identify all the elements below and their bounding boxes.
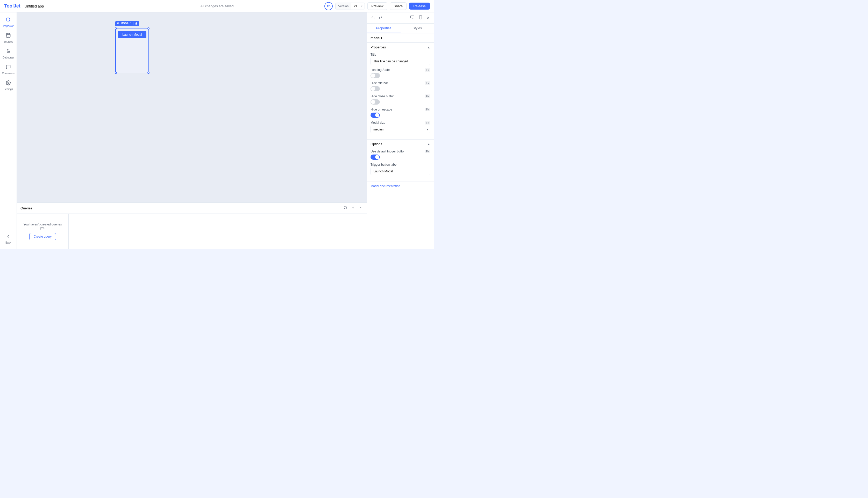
modal-launch-button[interactable]: Launch Modal bbox=[118, 31, 146, 38]
queries-header: Queries bbox=[17, 203, 367, 214]
app-name: Untitled app bbox=[25, 4, 44, 8]
properties-section: Properties ▲ Title Loading State bbox=[367, 43, 434, 140]
properties-section-header[interactable]: Properties ▲ bbox=[367, 43, 434, 52]
hide-close-button-fx[interactable]: Fx bbox=[425, 94, 430, 98]
resize-handle-tl[interactable] bbox=[115, 27, 117, 29]
resize-handle-bl[interactable] bbox=[115, 72, 117, 74]
properties-chevron-icon: ▲ bbox=[427, 45, 430, 49]
sidebar-item-sources[interactable]: Sources bbox=[1, 31, 15, 45]
hide-title-bar-toggle[interactable] bbox=[371, 86, 380, 91]
options-section: Options ▲ Use default trigger button Fx bbox=[367, 140, 434, 181]
inspector-icon bbox=[6, 17, 11, 24]
version-wrapper: v1 ▾ bbox=[352, 3, 365, 10]
options-section-title: Options bbox=[371, 142, 382, 146]
share-button[interactable]: Share bbox=[390, 2, 407, 10]
use-default-trigger-fx[interactable]: Fx bbox=[425, 149, 430, 153]
hide-on-escape-fx[interactable]: Fx bbox=[425, 108, 430, 111]
resize-handle-br[interactable] bbox=[148, 72, 150, 74]
undo-button[interactable] bbox=[370, 15, 376, 21]
svg-point-4 bbox=[344, 206, 347, 209]
tab-properties[interactable]: Properties bbox=[367, 24, 400, 33]
modal-size-select[interactable]: small medium large bbox=[371, 126, 430, 133]
user-avatar: TD bbox=[324, 2, 333, 10]
tab-styles[interactable]: Styles bbox=[400, 24, 434, 33]
options-section-header[interactable]: Options ▲ bbox=[367, 140, 434, 148]
queries-detail bbox=[69, 214, 367, 249]
sidebar-item-inspector[interactable]: Inspector bbox=[1, 15, 15, 30]
queries-body: You haven't created queries yet. Create … bbox=[17, 214, 367, 249]
hide-on-escape-label: Hide on escape bbox=[371, 108, 392, 111]
use-default-trigger-property: Use default trigger button Fx bbox=[371, 149, 430, 160]
right-panel-close-button[interactable]: ✕ bbox=[425, 15, 431, 21]
modal-size-property: Modal size Fx small medium large ▾ bbox=[371, 121, 430, 133]
comments-label: Comments bbox=[2, 72, 14, 75]
svg-rect-8 bbox=[410, 16, 414, 18]
canvas[interactable]: ⚙ MODAL1 🗑 Launch Modal bbox=[17, 12, 367, 202]
mobile-view-button[interactable] bbox=[417, 14, 424, 21]
sources-icon bbox=[6, 33, 11, 39]
sources-label: Sources bbox=[4, 40, 13, 43]
version-group: Version v1 ▾ bbox=[335, 3, 365, 10]
back-label: Back bbox=[5, 241, 11, 244]
svg-point-0 bbox=[7, 18, 10, 21]
use-default-trigger-toggle-thumb bbox=[375, 155, 379, 159]
sidebar-item-debugger[interactable]: Debugger bbox=[1, 47, 15, 61]
right-panel-content: Properties ▲ Title Loading State bbox=[367, 43, 434, 249]
hide-close-button-label: Hide close button bbox=[371, 94, 395, 98]
topbar-right: TD Version v1 ▾ Preview Share Release bbox=[324, 2, 430, 10]
title-property-label-row: Title bbox=[371, 53, 430, 56]
debugger-icon bbox=[6, 49, 11, 55]
modal-component[interactable]: ⚙ MODAL1 🗑 Launch Modal bbox=[115, 28, 149, 73]
modal-size-select-wrapper: small medium large ▾ bbox=[371, 126, 430, 133]
hide-on-escape-property: Hide on escape Fx bbox=[371, 108, 430, 118]
trigger-button-label-label-row: Trigger button label bbox=[371, 163, 430, 167]
topbar: ToolJet Untitled app All changes are sav… bbox=[0, 0, 434, 12]
loading-state-toggle[interactable] bbox=[371, 73, 380, 78]
queries-panel: Queries You haven't created queries yet.… bbox=[17, 202, 367, 249]
svg-point-3 bbox=[8, 82, 9, 83]
loading-state-fx[interactable]: Fx bbox=[425, 68, 430, 72]
hide-title-bar-property: Hide title bar Fx bbox=[371, 81, 430, 91]
main-layout: Inspector Sources Debugger Comments Sett… bbox=[0, 12, 434, 249]
title-label: Title bbox=[371, 53, 376, 56]
right-panel: ✕ Properties Styles modal1 Properties ▲ bbox=[367, 12, 434, 249]
hide-on-escape-label-row: Hide on escape Fx bbox=[371, 108, 430, 111]
properties-section-body: Title Loading State Fx bbox=[367, 52, 434, 139]
modal-size-fx[interactable]: Fx bbox=[425, 121, 430, 124]
modal-size-label: Modal size bbox=[371, 121, 385, 124]
trigger-button-label-input[interactable] bbox=[371, 168, 430, 175]
use-default-trigger-toggle[interactable] bbox=[371, 155, 380, 160]
modal-size-label-row: Modal size Fx bbox=[371, 121, 430, 124]
sidebar-item-settings[interactable]: Settings bbox=[1, 78, 15, 93]
title-input[interactable] bbox=[371, 58, 430, 65]
modal-doc-link[interactable]: Modal documentation bbox=[371, 184, 400, 188]
back-icon bbox=[6, 234, 11, 240]
hide-on-escape-toggle-thumb bbox=[375, 113, 379, 117]
create-query-button[interactable]: Create query bbox=[29, 233, 56, 240]
hide-close-button-toggle[interactable] bbox=[371, 100, 380, 105]
queries-collapse-button[interactable] bbox=[358, 205, 363, 211]
release-button[interactable]: Release bbox=[409, 3, 430, 10]
loading-state-label: Loading State bbox=[371, 68, 390, 72]
desktop-view-button[interactable] bbox=[409, 14, 416, 21]
resize-handle-tr[interactable] bbox=[148, 27, 150, 29]
topbar-left: ToolJet Untitled app bbox=[4, 3, 44, 9]
debugger-label: Debugger bbox=[3, 56, 14, 59]
modal-doc-link-container: Modal documentation bbox=[367, 181, 434, 191]
redo-button[interactable] bbox=[377, 15, 384, 21]
queries-empty-text: You haven't created queries yet. bbox=[21, 223, 64, 230]
sidebar: Inspector Sources Debugger Comments Sett… bbox=[0, 12, 17, 249]
hide-title-bar-fx[interactable]: Fx bbox=[425, 81, 430, 85]
preview-button[interactable]: Preview bbox=[367, 2, 387, 10]
version-label: Version bbox=[335, 3, 352, 10]
sidebar-item-back[interactable]: Back bbox=[1, 232, 15, 246]
save-status: All changes are saved bbox=[201, 4, 234, 8]
queries-add-button[interactable] bbox=[350, 205, 356, 211]
version-select[interactable]: v1 bbox=[352, 3, 365, 10]
sidebar-item-comments[interactable]: Comments bbox=[1, 62, 15, 77]
hide-close-button-label-row: Hide close button Fx bbox=[371, 94, 430, 98]
modal-delete-icon[interactable]: 🗑 bbox=[135, 22, 138, 25]
use-default-trigger-label-row: Use default trigger button Fx bbox=[371, 149, 430, 153]
hide-on-escape-toggle[interactable] bbox=[371, 113, 380, 118]
queries-search-button[interactable] bbox=[343, 205, 348, 211]
